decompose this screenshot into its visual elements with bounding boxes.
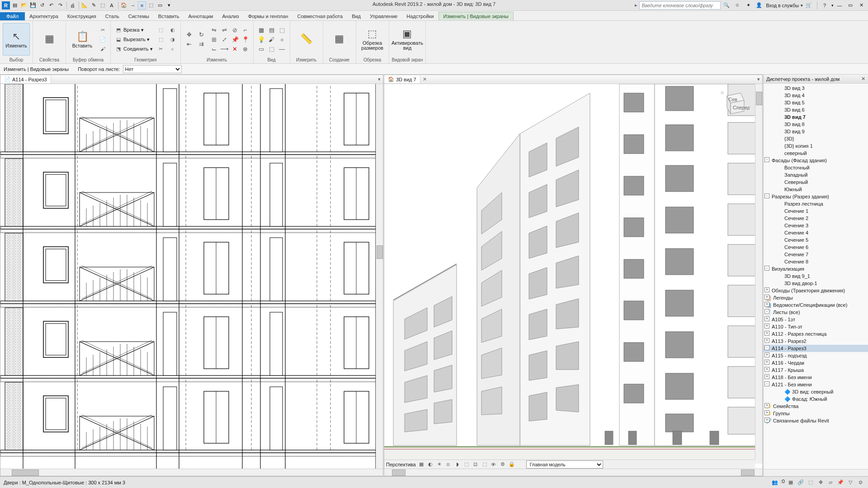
tab-Сталь[interactable]: Сталь [101,12,124,20]
tree-item[interactable]: +Обходы (Траектория движения) [764,287,868,294]
create-button[interactable]: ▦ [326,23,353,56]
tree-expander-icon[interactable]: + [764,418,769,422]
tree-item[interactable]: -А121 - Без имени [764,381,868,388]
copy-button[interactable]: 📄 [98,35,108,44]
tag-icon[interactable]: ⬚ [99,1,107,9]
tree-expander-icon[interactable]: + [764,302,769,307]
tab-Совместная-работа[interactable]: Совместная работа [292,12,347,20]
tree-item[interactable]: Сечение 5 [764,236,868,244]
vc-render-icon[interactable]: ⬚ [463,461,470,468]
scroll-h-left[interactable] [0,469,383,476]
project-browser-tree[interactable]: 3D вид 33D вид 43D вид 53D вид 63D вид 7… [764,84,868,469]
g5-button[interactable]: ◑ [168,35,178,44]
help-dd-icon[interactable]: ▾ [831,3,834,8]
tree-item[interactable]: Сечение 4 [764,229,868,236]
tree-expander-icon[interactable]: + [764,338,769,343]
tree-item[interactable]: Сечение 8 [764,258,868,265]
tree-item[interactable]: северный [764,150,868,157]
tree-expander-icon[interactable]: - [764,309,769,314]
search-icon[interactable]: 🔍 [722,1,731,9]
tree-item[interactable]: +А105 - 1эт [764,316,868,323]
close-hidden-icon[interactable]: ⬚ [147,1,155,9]
activate-view-button[interactable]: ▣Активироватьвид [394,23,421,56]
tree-item[interactable]: -Визуализация [764,265,868,272]
tree-item[interactable]: {3D} [764,135,868,142]
array-icon[interactable]: ⊞ [209,35,219,44]
rotate-icon[interactable]: ↻ [196,30,208,39]
tab-file[interactable]: Файл [0,12,25,20]
match-button[interactable]: 🖌 [98,44,108,53]
split-icon[interactable]: ⊘ [230,25,240,34]
tree-item[interactable]: +А116 - Чердак [764,359,868,366]
tree-expander-icon[interactable]: - [764,193,769,198]
tree-item[interactable]: -Фасады (Фасад здания) [764,157,868,164]
vc-style-icon[interactable]: ☀ [436,461,443,468]
vc-sun-icon[interactable]: ⛭ [445,461,452,468]
delete-icon[interactable]: ✕ [230,44,240,53]
switch-win-icon[interactable]: ▭ [156,1,164,9]
pin-icon[interactable]: 📌 [230,35,240,44]
undo-icon[interactable]: ↶ [47,1,55,9]
view-right-menu-icon[interactable]: ▾ [755,76,762,82]
tab-Конструкция[interactable]: Конструкция [63,12,101,20]
measure-icon[interactable]: 📐 [80,1,89,9]
tree-item[interactable]: Сечение 2 [764,215,868,222]
tree-expander-icon[interactable]: + [764,331,769,336]
sb-worksets-icon[interactable]: 👥 [771,479,779,487]
properties-button[interactable]: ▦ [36,23,63,56]
tree-item[interactable]: 3D вид 6 [764,106,868,113]
tree-expander-icon[interactable]: + [764,352,769,357]
tab-Управление[interactable]: Управление [365,12,402,20]
view-left-menu-icon[interactable]: ▾ [376,76,383,82]
v7-icon[interactable]: ▭ [256,44,266,53]
tree-item[interactable]: Разрез лестница [764,200,868,207]
v6-icon[interactable]: ⟐ [277,35,287,44]
sb-select-icon[interactable]: ⬚ [807,479,815,487]
tree-expander-icon[interactable]: + [764,367,769,372]
dim-icon[interactable]: ✎ [90,1,98,9]
text-icon[interactable]: A [108,1,116,9]
vc-crop2-icon[interactable]: ⬚ [481,461,488,468]
vc-scale-icon[interactable]: ▦ [418,461,425,468]
tree-item[interactable]: {3D} копия 1 [764,142,868,150]
tree-item[interactable]: Сечение 6 [764,244,868,251]
project-browser-scroll[interactable] [764,469,868,476]
tab-Вставить[interactable]: Вставить [154,12,184,20]
tree-expander-icon[interactable]: + [764,287,769,292]
tree-item[interactable]: +📁 Группы [764,410,868,417]
tree-item[interactable]: +А118 - Без имени [764,374,868,381]
trim-icon[interactable]: ⌐ [241,25,250,34]
vc-hide-icon[interactable]: 👁 [490,461,497,468]
measure-button[interactable]: 📏 [293,23,320,56]
tree-item[interactable]: 3D вид 7 [764,113,868,121]
default3d-icon[interactable]: 🏠 [120,1,128,9]
tab-Вид[interactable]: Вид [347,12,365,20]
offset-icon[interactable]: ⇉ [196,40,208,49]
viewcube[interactable]: Сев Спереди ⌂ [718,88,750,119]
tree-item[interactable]: 3D вид 5 [764,99,868,106]
login-dd-icon[interactable]: ▾ [801,3,803,8]
tree-item[interactable]: Северный [764,178,868,186]
tree-item[interactable]: -Разрезы (Разрез здания) [764,193,868,200]
tab-Изменить---Видовые-экраны[interactable]: Изменить | Видовые экраны [439,12,514,20]
sub-icon[interactable]: ✦ [744,1,752,9]
tree-item[interactable]: +А115 - подъезд [764,352,868,359]
revit-logo-icon[interactable]: R [2,1,10,9]
scroll-v-right[interactable] [755,84,762,460]
save-icon[interactable]: 💾 [29,1,37,9]
rotation-select[interactable]: Нет [123,65,182,73]
g4-button[interactable]: ◐ [168,25,178,34]
perspective-label[interactable]: Перспектива [386,462,416,467]
tree-item[interactable]: +А117 - Крыша [764,366,868,374]
tree-item[interactable]: 3D вид 9 [764,128,868,135]
v3-icon[interactable]: ⬚ [277,25,287,34]
tree-item[interactable]: Сечение 1 [764,207,868,215]
v2-icon[interactable]: ▤ [267,25,277,34]
tree-item[interactable]: 3D вид 8 [764,121,868,128]
tree-expander-icon[interactable]: - [764,157,769,162]
g2-button[interactable]: ⬚ [156,35,166,44]
user-icon[interactable]: 👤 [755,1,763,9]
mirror2-icon[interactable]: ⇌ [220,25,230,34]
tab-Архитектура[interactable]: Архитектура [25,12,63,20]
tree-expander-icon[interactable]: - [764,266,769,271]
